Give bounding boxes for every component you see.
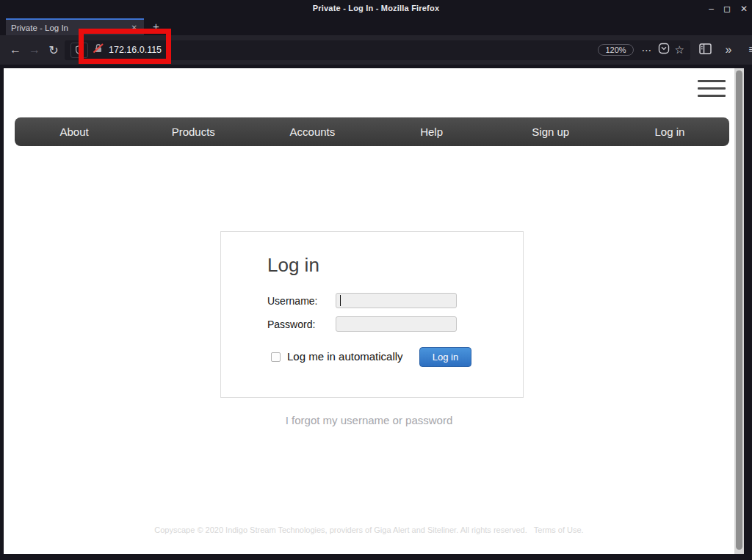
site-footer: Copyscape © 2020 Indigo Stream Technolog…: [4, 526, 734, 534]
overflow-chevron-icon[interactable]: »: [720, 43, 737, 57]
login-submit-button[interactable]: Log in: [419, 347, 471, 367]
login-heading: Log in: [267, 254, 319, 277]
page-scrollbar[interactable]: [734, 68, 744, 554]
scrollbar-thumb[interactable]: [736, 70, 742, 550]
forward-button[interactable]: →: [25, 43, 44, 57]
pocket-icon[interactable]: [658, 43, 670, 57]
username-field-wrap: [336, 293, 457, 308]
nav-item-about[interactable]: About: [15, 126, 134, 138]
password-label: Password:: [267, 319, 315, 330]
menu-bar-line: [698, 87, 726, 90]
nav-item-signup[interactable]: Sign up: [491, 126, 610, 138]
forgot-credentials-link[interactable]: I forgot my username or password: [4, 414, 734, 426]
site-menu-icon[interactable]: [698, 80, 726, 97]
sidebars-icon[interactable]: [696, 43, 714, 57]
window-controls: – ◻ ✕: [709, 3, 748, 15]
minimize-button[interactable]: –: [709, 3, 714, 15]
window-titlebar: Private - Log In - Mozilla Firefox – ◻ ✕: [0, 0, 752, 18]
window-title: Private - Log In - Mozilla Firefox: [0, 4, 752, 12]
back-button[interactable]: ←: [6, 43, 25, 57]
annotation-highlight-urlbar: [79, 29, 171, 64]
nav-item-login[interactable]: Log in: [610, 126, 729, 138]
username-label: Username:: [267, 295, 317, 307]
maximize-button[interactable]: ◻: [723, 3, 731, 15]
hamburger-menu-icon[interactable]: ≡: [743, 43, 752, 57]
site-nav-bar: About Products Accounts Help Sign up Log…: [15, 117, 729, 146]
remember-me-label: Log me in automatically: [287, 350, 403, 363]
close-button[interactable]: ✕: [740, 3, 748, 15]
password-field-wrap: [336, 316, 457, 332]
copyright-text: Copyscape © 2020 Indigo Stream Technolog…: [154, 526, 527, 534]
nav-item-products[interactable]: Products: [134, 126, 253, 138]
reload-button[interactable]: ↻: [44, 43, 63, 57]
menu-bar-line: [698, 80, 726, 82]
zoom-level-badge[interactable]: 120%: [598, 44, 633, 56]
firefox-window: Private - Log In - Mozilla Firefox – ◻ ✕…: [0, 0, 752, 560]
login-card: Log in Username: Password: Log me in aut…: [220, 231, 524, 398]
terms-of-use-link[interactable]: Terms of Use.: [534, 526, 584, 534]
remember-me-checkbox[interactable]: [271, 352, 281, 362]
page-content: About Products Accounts Help Sign up Log…: [4, 68, 734, 554]
nav-item-accounts[interactable]: Accounts: [253, 126, 372, 138]
text-caret: [340, 295, 341, 306]
nav-item-help[interactable]: Help: [372, 126, 491, 138]
menu-bar-line: [698, 95, 726, 97]
toolbar-right-buttons: » ≡: [696, 43, 752, 57]
page-actions-icon[interactable]: ⋯: [642, 44, 653, 56]
address-url[interactable]: 172.16.0.115: [109, 45, 593, 55]
username-input[interactable]: [336, 293, 457, 308]
bookmark-star-icon[interactable]: ☆: [675, 43, 684, 57]
password-input[interactable]: [336, 316, 457, 332]
